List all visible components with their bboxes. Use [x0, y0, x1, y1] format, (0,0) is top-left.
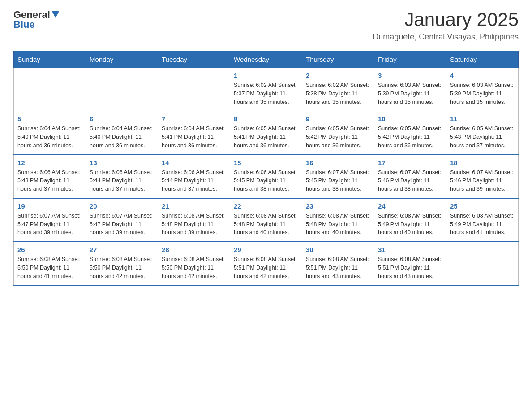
day-number: 7: [162, 115, 226, 123]
calendar-cell: 18Sunrise: 6:07 AM Sunset: 5:46 PM Dayli…: [446, 155, 519, 198]
day-number: 3: [378, 72, 442, 79]
day-number: 30: [306, 246, 370, 253]
day-info: Sunrise: 6:06 AM Sunset: 5:44 PM Dayligh…: [162, 168, 226, 193]
day-number: 25: [450, 202, 515, 210]
calendar-cell: 27Sunrise: 6:08 AM Sunset: 5:50 PM Dayli…: [86, 242, 158, 285]
calendar-cell: 16Sunrise: 6:07 AM Sunset: 5:45 PM Dayli…: [302, 155, 374, 198]
day-info: Sunrise: 6:05 AM Sunset: 5:43 PM Dayligh…: [450, 124, 515, 150]
calendar-cell: 20Sunrise: 6:07 AM Sunset: 5:47 PM Dayli…: [86, 198, 158, 242]
column-header-monday: Monday: [86, 51, 158, 68]
column-header-thursday: Thursday: [302, 51, 374, 68]
calendar-cell: 1Sunrise: 6:02 AM Sunset: 5:37 PM Daylig…: [230, 68, 302, 111]
calendar-cell: 8Sunrise: 6:05 AM Sunset: 5:41 PM Daylig…: [230, 111, 302, 154]
calendar-cell: 6Sunrise: 6:04 AM Sunset: 5:40 PM Daylig…: [86, 111, 158, 154]
day-number: 12: [17, 159, 82, 167]
column-header-friday: Friday: [374, 51, 446, 68]
day-info: Sunrise: 6:06 AM Sunset: 5:44 PM Dayligh…: [90, 168, 154, 193]
calendar-cell: 17Sunrise: 6:07 AM Sunset: 5:46 PM Dayli…: [374, 155, 446, 198]
day-info: Sunrise: 6:04 AM Sunset: 5:40 PM Dayligh…: [17, 124, 82, 150]
day-info: Sunrise: 6:07 AM Sunset: 5:46 PM Dayligh…: [450, 168, 515, 193]
day-number: 19: [17, 202, 82, 210]
calendar-header-row: SundayMondayTuesdayWednesdayThursdayFrid…: [14, 51, 519, 68]
calendar-cell: 19Sunrise: 6:07 AM Sunset: 5:47 PM Dayli…: [14, 198, 86, 242]
calendar-cell: 13Sunrise: 6:06 AM Sunset: 5:44 PM Dayli…: [86, 155, 158, 198]
day-number: 11: [450, 115, 515, 123]
calendar-cell: [446, 242, 519, 285]
day-info: Sunrise: 6:08 AM Sunset: 5:48 PM Dayligh…: [234, 212, 298, 237]
day-info: Sunrise: 6:06 AM Sunset: 5:45 PM Dayligh…: [234, 168, 298, 193]
day-info: Sunrise: 6:06 AM Sunset: 5:43 PM Dayligh…: [17, 168, 82, 193]
day-info: Sunrise: 6:08 AM Sunset: 5:51 PM Dayligh…: [378, 255, 442, 280]
calendar-cell: 4Sunrise: 6:03 AM Sunset: 5:39 PM Daylig…: [446, 68, 519, 111]
calendar-cell: 2Sunrise: 6:02 AM Sunset: 5:38 PM Daylig…: [302, 68, 374, 111]
calendar-cell: 23Sunrise: 6:08 AM Sunset: 5:48 PM Dayli…: [302, 198, 374, 242]
day-number: 1: [234, 72, 298, 79]
calendar-cell: 9Sunrise: 6:05 AM Sunset: 5:42 PM Daylig…: [302, 111, 374, 154]
day-info: Sunrise: 6:07 AM Sunset: 5:46 PM Dayligh…: [378, 168, 442, 193]
day-number: 23: [306, 202, 370, 210]
calendar-cell: 7Sunrise: 6:04 AM Sunset: 5:41 PM Daylig…: [158, 111, 230, 154]
day-number: 5: [17, 115, 82, 123]
day-number: 27: [90, 246, 154, 253]
column-header-saturday: Saturday: [446, 51, 519, 68]
calendar-week-row: 19Sunrise: 6:07 AM Sunset: 5:47 PM Dayli…: [14, 198, 519, 242]
calendar-cell: 3Sunrise: 6:03 AM Sunset: 5:39 PM Daylig…: [374, 68, 446, 111]
day-info: Sunrise: 6:03 AM Sunset: 5:39 PM Dayligh…: [378, 81, 442, 106]
day-info: Sunrise: 6:08 AM Sunset: 5:49 PM Dayligh…: [450, 212, 515, 237]
day-number: 17: [378, 159, 442, 167]
day-number: 20: [90, 202, 154, 210]
calendar: SundayMondayTuesdayWednesdayThursdayFrid…: [13, 51, 519, 286]
day-number: 9: [306, 115, 370, 123]
column-header-tuesday: Tuesday: [158, 51, 230, 68]
day-number: 18: [450, 159, 515, 167]
calendar-cell: 11Sunrise: 6:05 AM Sunset: 5:43 PM Dayli…: [446, 111, 519, 154]
day-number: 16: [306, 159, 370, 167]
day-info: Sunrise: 6:07 AM Sunset: 5:47 PM Dayligh…: [17, 212, 82, 237]
calendar-cell: 24Sunrise: 6:08 AM Sunset: 5:49 PM Dayli…: [374, 198, 446, 242]
day-number: 29: [234, 246, 298, 253]
column-header-wednesday: Wednesday: [230, 51, 302, 68]
day-number: 6: [90, 115, 154, 123]
day-number: 21: [162, 202, 226, 210]
day-info: Sunrise: 6:05 AM Sunset: 5:42 PM Dayligh…: [306, 124, 370, 150]
calendar-week-row: 5Sunrise: 6:04 AM Sunset: 5:40 PM Daylig…: [14, 111, 519, 154]
day-number: 14: [162, 159, 226, 167]
calendar-cell: 31Sunrise: 6:08 AM Sunset: 5:51 PM Dayli…: [374, 242, 446, 285]
day-info: Sunrise: 6:08 AM Sunset: 5:50 PM Dayligh…: [90, 255, 154, 280]
day-info: Sunrise: 6:08 AM Sunset: 5:49 PM Dayligh…: [378, 212, 442, 237]
calendar-cell: [86, 68, 158, 111]
calendar-cell: [158, 68, 230, 111]
calendar-cell: 29Sunrise: 6:08 AM Sunset: 5:51 PM Dayli…: [230, 242, 302, 285]
day-number: 15: [234, 159, 298, 167]
main-title: January 2025: [373, 9, 519, 30]
calendar-cell: 21Sunrise: 6:08 AM Sunset: 5:48 PM Dayli…: [158, 198, 230, 242]
day-number: 8: [234, 115, 298, 123]
calendar-cell: 12Sunrise: 6:06 AM Sunset: 5:43 PM Dayli…: [14, 155, 86, 198]
day-number: 26: [17, 246, 82, 253]
day-number: 28: [162, 246, 226, 253]
logo-triangle-icon: [51, 10, 60, 19]
day-number: 24: [378, 202, 442, 210]
calendar-cell: 28Sunrise: 6:08 AM Sunset: 5:50 PM Dayli…: [158, 242, 230, 285]
day-info: Sunrise: 6:08 AM Sunset: 5:48 PM Dayligh…: [306, 212, 370, 237]
day-info: Sunrise: 6:08 AM Sunset: 5:51 PM Dayligh…: [306, 255, 370, 280]
svg-marker-0: [52, 11, 59, 18]
logo: General Blue: [13, 9, 60, 30]
day-info: Sunrise: 6:02 AM Sunset: 5:38 PM Dayligh…: [306, 81, 370, 106]
day-info: Sunrise: 6:08 AM Sunset: 5:50 PM Dayligh…: [162, 255, 226, 280]
calendar-week-row: 26Sunrise: 6:08 AM Sunset: 5:50 PM Dayli…: [14, 242, 519, 285]
calendar-cell: 5Sunrise: 6:04 AM Sunset: 5:40 PM Daylig…: [14, 111, 86, 154]
day-info: Sunrise: 6:08 AM Sunset: 5:50 PM Dayligh…: [17, 255, 82, 280]
day-number: 13: [90, 159, 154, 167]
calendar-cell: 10Sunrise: 6:05 AM Sunset: 5:42 PM Dayli…: [374, 111, 446, 154]
column-header-sunday: Sunday: [14, 51, 86, 68]
calendar-cell: 30Sunrise: 6:08 AM Sunset: 5:51 PM Dayli…: [302, 242, 374, 285]
day-info: Sunrise: 6:02 AM Sunset: 5:37 PM Dayligh…: [234, 81, 298, 106]
day-info: Sunrise: 6:04 AM Sunset: 5:41 PM Dayligh…: [162, 124, 226, 150]
calendar-week-row: 1Sunrise: 6:02 AM Sunset: 5:37 PM Daylig…: [14, 68, 519, 111]
day-info: Sunrise: 6:05 AM Sunset: 5:42 PM Dayligh…: [378, 124, 442, 150]
calendar-week-row: 12Sunrise: 6:06 AM Sunset: 5:43 PM Dayli…: [14, 155, 519, 198]
subtitle: Dumaguete, Central Visayas, Philippines: [373, 32, 519, 42]
calendar-cell: 26Sunrise: 6:08 AM Sunset: 5:50 PM Dayli…: [14, 242, 86, 285]
day-number: 22: [234, 202, 298, 210]
